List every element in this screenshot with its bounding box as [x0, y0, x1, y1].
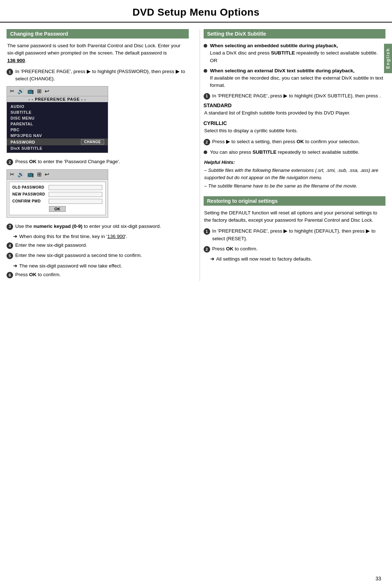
pwd-wrench-icon: ✂ [10, 171, 15, 178]
step6-text: Press OK to confirm. [15, 271, 61, 278]
r-step2-number: 2 [204, 139, 210, 145]
pwd-volume-icon: 🔊 [17, 171, 24, 178]
page-title: DVD Setup Menu Options [0, 0, 392, 23]
r-step2-text: Press ▶ to select a setting, then press … [212, 138, 360, 145]
pwd-display-icon: 📺 [27, 171, 34, 178]
step5-item: 5 Enter the new six-digit password a sec… [7, 252, 189, 259]
pref-ui-icons: ✂ 🔊 📺 ⊞ ↩ [10, 88, 49, 94]
step6-item: 6 Press OK to confirm. [7, 271, 189, 278]
pwd-arrow-icon: ↩ [45, 171, 49, 178]
restore-step2-number: 2 [204, 246, 210, 253]
menu-parental: PARENTAL [7, 121, 108, 127]
pwd-icons: ✂ 🔊 📺 ⊞ ↩ [10, 171, 49, 178]
standard-header: STANDARD [204, 102, 386, 108]
default-password: 136 900 [7, 58, 25, 63]
step5-arrow-symbol: ➜ [13, 262, 17, 270]
step3-arrow-text: When doing this for the first time, key … [19, 233, 127, 240]
r-step1-item: 1 In 'PREFERENCE PAGE', press ▶ to highl… [204, 92, 386, 100]
hint-line-1: – Subtitle files with the following file… [204, 167, 386, 181]
restore-arrow-symbol: ➜ [210, 255, 215, 263]
confirm-pwd-row: CONFIRM PWD [12, 199, 102, 204]
cyrillic-header: CYRILLIC [204, 120, 386, 126]
pwd-ui-topbar: ✂ 🔊 📺 ⊞ ↩ [7, 170, 108, 180]
r-step2-item: 2 Press ▶ to select a setting, then pres… [204, 138, 386, 145]
change-button: CHANGE [81, 139, 104, 145]
hints-title: Helpful Hints: [204, 159, 386, 166]
preference-page-ui: ✂ 🔊 📺 ⊞ ↩ - - PREFERENCE PAGE - - AUDIO … [7, 86, 108, 153]
english-tab: English [384, 44, 392, 73]
hint-line-2: – The subtitle filename have to be the s… [204, 182, 386, 190]
r-step1-number: 1 [204, 93, 210, 100]
step3-number: 3 [7, 223, 13, 230]
standard-text: A standard list of English subtitle font… [204, 109, 386, 117]
new-password-input [49, 192, 102, 197]
step5-text: Enter the new six-digit password a secon… [15, 252, 142, 259]
bullet2-dot [204, 69, 207, 73]
restore-step2-arrow: ➜ All settings will now reset to factory… [204, 255, 386, 263]
restore-step2-text: Press OK to confirm. [212, 245, 258, 253]
wrench-icon: ✂ [10, 88, 15, 94]
pwd-ok-button: OK [12, 206, 102, 212]
bullet3-item: You can also press SUBTITLE repeatedly t… [204, 149, 386, 156]
changing-password-header: Changing the Password [7, 29, 189, 39]
hints-block: Helpful Hints: – Subtitle files with the… [204, 159, 386, 190]
old-password-label: OLD PASSWORD [12, 185, 49, 189]
step6-number: 6 [7, 272, 13, 278]
password-change-ui: ✂ 🔊 📺 ⊞ ↩ OLD PASSWORD NEW PASSWORD CO [7, 169, 108, 218]
restore-header: Restoring to original settings [204, 196, 386, 206]
page-number: 33 [375, 576, 381, 581]
step5-number: 5 [7, 253, 13, 259]
restore-step1-number: 1 [204, 228, 210, 235]
menu-audio: AUDIO [7, 104, 108, 109]
pwd-form: OLD PASSWORD NEW PASSWORD CONFIRM PWD OK [9, 182, 106, 215]
arrow-symbol: ➜ [13, 233, 17, 240]
menu-subtitle: SUBTITLE [7, 109, 108, 115]
cyrillic-text: Select this to display a cyrillic subtit… [204, 127, 386, 134]
bullet3-text: You can also press SUBTITLE repeatedly t… [210, 149, 360, 156]
step4-item: 4 Enter the new six-digit password. [7, 242, 189, 249]
bullet2-item: When selecting an external DivX text sub… [204, 67, 386, 89]
left-column: Changing the Password The same password … [7, 29, 192, 281]
bullet1-item: When selecting an embedded subtitle duri… [204, 42, 386, 64]
confirm-pwd-input [49, 199, 102, 204]
pwd-grid-icon: ⊞ [37, 171, 42, 178]
step1-item: 1 In 'PREFERENCE PAGE', press ▶ to highl… [7, 68, 189, 83]
r-step1-text: In 'PREFERENCE PAGE', press ▶ to highlig… [212, 92, 381, 100]
menu-mp3nav: MP3/JPEG NAV [7, 133, 108, 138]
step4-text: Enter the new six-digit password. [15, 242, 87, 249]
right-column: Setting the DivX Subtitle When selecting… [200, 29, 386, 281]
menu-disc-menu: DISC MENU [7, 115, 108, 121]
restore-step2-item: 2 Press OK to confirm. [204, 245, 386, 253]
new-password-label: NEW PASSWORD [12, 192, 49, 196]
step1-text: In 'PREFERENCE PAGE', press ▶ to highlig… [15, 68, 189, 83]
step2-item: 2 Press OK to enter the 'Password Change… [7, 158, 189, 165]
old-password-row: OLD PASSWORD [12, 185, 102, 190]
new-password-row: NEW PASSWORD [12, 192, 102, 197]
bullet1-dot [204, 44, 207, 48]
volume-icon: 🔊 [17, 88, 24, 94]
divx-subtitle-header: Setting the DivX Subtitle [204, 29, 386, 39]
restore-step1-item: 1 In 'PREFERENCE PAGE', press ▶ to highl… [204, 227, 386, 242]
display-icon: 📺 [27, 88, 34, 94]
step1-number: 1 [7, 69, 13, 75]
step2-number: 2 [7, 159, 13, 165]
restore-step1-text: In 'PREFERENCE PAGE', press ▶ to highlig… [212, 227, 386, 242]
intro-text: The same password is used for both Paren… [7, 42, 189, 64]
confirm-pwd-label: CONFIRM PWD [12, 199, 49, 203]
pref-page-label: - - PREFERENCE PAGE - - [7, 96, 108, 102]
arrow-icon: ↩ [45, 88, 49, 94]
pref-ui-menu: AUDIO SUBTITLE DISC MENU PARENTAL PBC MP… [7, 102, 108, 153]
bullet2-text: When selecting an external DivX text sub… [210, 67, 386, 89]
bullet3-dot [204, 150, 207, 154]
old-password-input [49, 185, 102, 190]
restore-text: Setting the DEFAULT function will reset … [204, 209, 386, 224]
grid-icon: ⊞ [37, 88, 42, 94]
pref-ui-topbar: ✂ 🔊 📺 ⊞ ↩ [7, 86, 108, 96]
step5-arrow: ➜ The new six-digit password will now ta… [7, 262, 189, 270]
restore-arrow-text: All settings will now reset to factory d… [216, 255, 312, 263]
step4-number: 4 [7, 242, 13, 249]
step3-arrow: ➜ When doing this for the first time, ke… [7, 233, 189, 240]
menu-divx-subtitle: DivX SUBTITLE [7, 145, 108, 151]
step2-text: Press OK to enter the 'Password Change P… [15, 158, 120, 165]
step5-arrow-text: The new six-digit password will now take… [19, 262, 122, 270]
